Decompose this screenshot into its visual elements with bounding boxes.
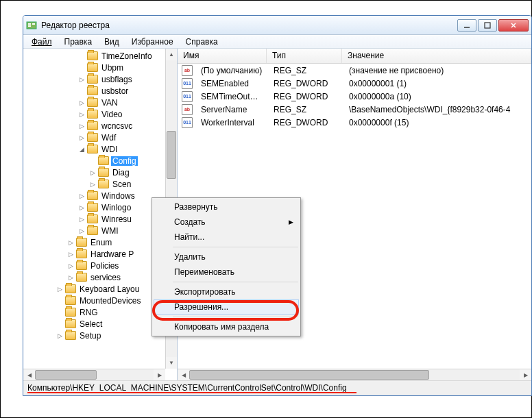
expand-icon[interactable]: ▷ [67, 262, 75, 269]
scroll-right-icon[interactable]: ▶ [520, 369, 531, 380]
tree-item[interactable]: ▷usbflags [26, 73, 177, 85]
expand-icon[interactable]: ▷ [56, 332, 64, 339]
tree-label: Windows [100, 191, 136, 201]
value-name: SEMEnabled [195, 79, 268, 88]
value-type-icon: 011 [182, 78, 193, 89]
scroll-thumb[interactable] [167, 131, 176, 179]
expand-icon[interactable] [56, 320, 64, 328]
tree-label: Ubpm [100, 63, 125, 73]
hscroll-thumb[interactable] [35, 370, 97, 380]
maximize-button[interactable] [478, 19, 497, 32]
ctx-copy-key-name[interactable]: Копировать имя раздела [154, 319, 299, 334]
tree-item[interactable]: ▷Diag [26, 167, 177, 178]
expand-icon[interactable]: ▷ [89, 180, 97, 188]
col-name[interactable]: Имя [178, 49, 267, 63]
value-data: \BaseNamedObjects\WDI_{f8929b32-0f46-4 [343, 105, 531, 114]
tree-hscroll[interactable]: ◀ ▶ [23, 369, 165, 380]
value-type: REG_DWORD [268, 118, 343, 127]
expand-icon[interactable] [78, 87, 86, 95]
expand-icon[interactable] [78, 64, 86, 71]
scroll-left-icon[interactable]: ◀ [178, 369, 189, 380]
list-hscroll[interactable]: ◀ ▶ [178, 369, 531, 380]
tree-item[interactable]: ▷VAN [26, 97, 177, 108]
ctx-create[interactable]: Создать▶ [154, 214, 299, 230]
scroll-right-icon[interactable]: ▶ [154, 369, 165, 380]
expand-icon[interactable]: ▷ [78, 122, 86, 130]
tree-item[interactable]: ◢WDI [26, 143, 177, 155]
scroll-up-icon[interactable]: ▲ [166, 49, 177, 60]
tree-label: Video [100, 110, 123, 119]
tree-label: RNG [78, 308, 99, 317]
expand-icon[interactable]: ▷ [67, 238, 75, 246]
expand-icon[interactable]: ▷ [89, 169, 97, 176]
window-title: Редактор реестра [41, 21, 457, 30]
col-value[interactable]: Значение [342, 49, 531, 63]
folder-icon [87, 214, 98, 223]
tree-label: VAN [100, 98, 119, 108]
expand-icon[interactable]: ▷ [78, 99, 86, 106]
folder-icon [87, 226, 98, 235]
folder-icon [87, 203, 98, 212]
list-row[interactable]: 011WorkerIntervalREG_DWORD0x0000000f (15… [178, 116, 531, 129]
list-row[interactable]: 011SEMTimeOutVal...REG_DWORD0x0000000a (… [178, 90, 531, 103]
expand-icon[interactable]: ▷ [67, 273, 75, 281]
minimize-button[interactable] [457, 19, 476, 32]
menu-file[interactable]: Файл [26, 36, 58, 48]
scroll-left-icon[interactable]: ◀ [23, 369, 35, 380]
tree-label: WDI [100, 145, 119, 154]
expand-icon[interactable]: ▷ [78, 75, 86, 83]
titlebar[interactable]: Редактор реестра [23, 16, 531, 35]
folder-icon [65, 284, 76, 293]
close-button[interactable] [498, 19, 529, 32]
svg-rect-3 [32, 23, 35, 25]
menu-edit[interactable]: Правка [59, 36, 98, 48]
col-type[interactable]: Тип [267, 49, 342, 63]
tree-item[interactable]: usbstor [26, 85, 177, 97]
expand-icon[interactable]: ▷ [78, 215, 86, 223]
ctx-export[interactable]: Экспортировать [154, 284, 299, 299]
tree-item[interactable]: Config [26, 155, 177, 167]
tree-item[interactable]: ▷wcncsvc [26, 120, 177, 132]
folder-icon [65, 319, 76, 328]
tree-item[interactable]: ▷Scen [26, 178, 177, 190]
ctx-permissions[interactable]: Разрешения... [154, 299, 299, 315]
folder-icon [87, 86, 98, 95]
expand-icon[interactable] [89, 157, 97, 164]
list-row[interactable]: abServerNameREG_SZ\BaseNamedObjects\WDI_… [178, 103, 531, 116]
tree-label: MountedDevices [78, 296, 142, 306]
list-row[interactable]: 011SEMEnabledREG_DWORD0x00000001 (1) [178, 77, 531, 90]
expand-icon[interactable]: ▷ [78, 227, 86, 234]
expand-icon[interactable] [78, 52, 86, 60]
menu-favorites[interactable]: Избранное [126, 36, 179, 48]
ctx-expand[interactable]: Развернуть [154, 199, 299, 214]
expand-icon[interactable]: ▷ [78, 110, 86, 118]
expand-icon[interactable]: ▷ [78, 204, 86, 211]
scroll-down-icon[interactable]: ▼ [166, 357, 177, 369]
menu-help[interactable]: Справка [180, 36, 223, 48]
statusbar: Компьютер\HKEY_LOCAL_MACHINE\SYSTEM\Curr… [23, 380, 531, 395]
tree-label: Wdf [100, 133, 117, 143]
tree-item[interactable]: ▷Video [26, 108, 177, 120]
tree-item[interactable]: Ubpm [26, 62, 177, 73]
expand-icon[interactable]: ▷ [56, 285, 64, 293]
tree-item[interactable]: ▷Wdf [26, 132, 177, 143]
expand-icon[interactable]: ◢ [78, 145, 86, 153]
expand-icon[interactable]: ▷ [78, 192, 86, 199]
list-row[interactable]: ab(По умолчанию)REG_SZ(значение не присв… [178, 64, 531, 77]
folder-icon [87, 63, 98, 72]
app-icon [26, 20, 37, 31]
tree-item[interactable]: TimeZoneInfo [26, 50, 177, 62]
value-name: SEMTimeOutVal... [195, 92, 268, 101]
expand-icon[interactable]: ▷ [78, 134, 86, 141]
expand-icon[interactable] [56, 297, 64, 304]
value-data: 0x0000000a (10) [343, 92, 531, 101]
expand-icon[interactable] [56, 308, 64, 316]
expand-icon[interactable]: ▷ [67, 250, 75, 258]
menu-view[interactable]: Вид [99, 36, 125, 48]
svg-rect-1 [28, 23, 31, 25]
ctx-rename[interactable]: Переименовать [154, 265, 299, 280]
folder-icon [76, 273, 87, 282]
ctx-find[interactable]: Найти... [154, 230, 299, 245]
ctx-delete[interactable]: Удалить [154, 249, 299, 265]
hscroll-thumb[interactable] [189, 370, 429, 380]
